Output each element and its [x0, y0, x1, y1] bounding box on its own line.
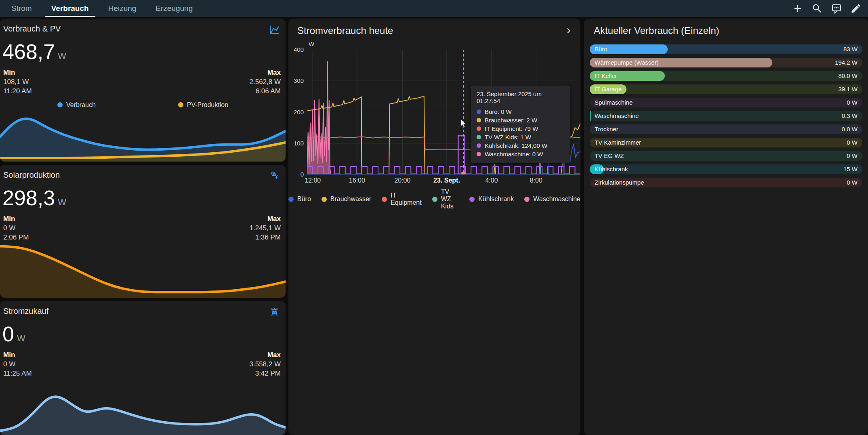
search-button[interactable]: [811, 3, 823, 14]
solar-power-icon: [269, 170, 280, 181]
legend-label: Brauchwasser: [330, 195, 371, 203]
bar-value: 0 W: [847, 138, 857, 147]
consumption-bars: Büro83 WWärmepumpe (Wasser)194.2 WIT Kel…: [590, 44, 862, 191]
max-label: Max: [250, 68, 281, 77]
bar-value: 15 W: [843, 164, 857, 174]
legend-dot: [288, 197, 294, 202]
tab-label: Strom: [11, 4, 32, 13]
tooltip-row: Kühlschrank: 124,00 W: [477, 141, 565, 150]
bar-label: TV Kaminzimmer: [595, 138, 641, 147]
bar-value: 0 W: [847, 151, 857, 161]
bar-label: Kühlschrank: [595, 164, 628, 174]
bar-label: Waschmaschine: [595, 111, 639, 121]
y-tick-200: 200: [289, 109, 304, 116]
tooltip-row: Büro: 0 W: [477, 107, 565, 116]
bar-label: Büro: [595, 44, 607, 54]
min-time: 11:20 AM: [3, 86, 32, 96]
min-value: 0 W: [3, 223, 29, 233]
legend-item-pv-produktion[interactable]: PV-Produktion: [178, 101, 228, 109]
legend-dot: [382, 197, 387, 202]
legend-item-büro[interactable]: Büro: [288, 188, 311, 210]
x-tick-2000: 20:00: [394, 177, 410, 184]
max-time: 6:06 AM: [250, 86, 281, 96]
value-unit: W: [58, 197, 66, 207]
bar-label: Trockner: [595, 124, 618, 134]
legend-item-it-equipment[interactable]: IT Equipment: [382, 188, 422, 210]
consumption-row-tv-eg-wz[interactable]: TV EG WZ0 W: [590, 151, 862, 161]
current-value: 0W: [0, 317, 286, 345]
legend-label: PV-Produktion: [187, 101, 228, 109]
edit-dashboard-button[interactable]: [850, 3, 862, 14]
active-tab-underline: [45, 16, 95, 17]
max-value: 1.245,1 W: [250, 223, 281, 233]
consumption-row-w-rmepumpe-wasser-[interactable]: Wärmepumpe (Wasser)194.2 W: [590, 58, 862, 67]
tooltip-row: Waschmaschine: 0 W: [477, 150, 565, 158]
bar-label: Spülmaschine: [595, 98, 633, 107]
bar-value: 83 W: [843, 44, 857, 54]
consumption-row-k-hlschrank[interactable]: Kühlschrank15 W: [590, 164, 862, 174]
legend-item-brauchwasser[interactable]: Brauchwasser: [322, 188, 371, 210]
min-time: 11:25 AM: [3, 369, 32, 378]
y-tick-100: 100: [289, 140, 304, 147]
edit-icon: [850, 3, 862, 14]
solar-sparkline: [0, 242, 286, 298]
minmax-block: Min 0 W 2:06 PM Max 1.245,1 W 1:36 PM: [0, 209, 286, 242]
tab-verbrauch[interactable]: Verbrauch: [42, 0, 99, 17]
card-solar-head: Solarproduktion: [0, 165, 286, 181]
card-title: Stromzukauf: [3, 307, 48, 316]
max-label: Max: [250, 214, 281, 223]
tab-heizung[interactable]: Heizung: [99, 0, 146, 17]
tooltip-row: Brauchwasser: 2 W: [477, 116, 565, 124]
tooltip-title: 23. September 2025 um 01:27:54: [477, 90, 565, 104]
min-label: Min: [3, 350, 32, 359]
legend-label: Büro: [297, 195, 311, 203]
legend-label: Verbrauch: [66, 101, 96, 109]
bar-label: Wärmepumpe (Wasser): [595, 58, 659, 67]
chevron-right-icon[interactable]: [563, 25, 574, 36]
card-title: Solarproduktion: [3, 170, 60, 180]
x-tick-400: 4:00: [485, 177, 498, 184]
legend-dot: [432, 197, 437, 202]
consumption-row-trockner[interactable]: Trockner0.0 W: [590, 124, 862, 134]
zukauf-sparkline: [0, 382, 286, 435]
consumption-row-b-ro[interactable]: Büro83 W: [590, 44, 862, 54]
legend-item-verbrauch[interactable]: Verbrauch: [57, 101, 96, 109]
consumption-row-waschmaschine[interactable]: Waschmaschine0.3 W: [590, 111, 862, 121]
card-stromverbrauch-heute: Stromverbrauch heute W 4003002001000 12:…: [288, 19, 580, 435]
main-chart-head: Stromverbrauch heute: [288, 19, 580, 36]
legend-item-tv-wz-kids[interactable]: TV WZ Kids: [432, 188, 459, 210]
card-verbrauch-pv[interactable]: Verbrauch & PV 468,7W Min 108,1 W 11:20 …: [0, 19, 286, 162]
tooltip-dot: [477, 109, 481, 114]
legend-item-kühlschrank[interactable]: Kühlschrank: [469, 188, 514, 210]
card-solarproduktion[interactable]: Solarproduktion 298,3W Min 0 W 2:06 PM M…: [0, 165, 286, 298]
consumption-row-tv-kaminzimmer[interactable]: TV Kaminzimmer0 W: [590, 138, 862, 147]
consumption-row-zirkulationspumpe[interactable]: Zirkulationspumpe0 W: [590, 178, 862, 187]
bar-label: IT Garage: [595, 84, 622, 94]
value-unit: W: [58, 51, 66, 61]
consumption-row-sp-lmaschine[interactable]: Spülmaschine0 W: [590, 98, 862, 107]
tab-strom[interactable]: Strom: [2, 0, 42, 17]
top-bar-actions: [792, 0, 868, 17]
tooltip-row: IT Equipment: 79 W: [477, 124, 565, 133]
card-stromzukauf[interactable]: Stromzukauf 0W Min 0 W 11:25 AM Max 3.55…: [0, 301, 286, 435]
legend-item-waschmaschine[interactable]: Waschmaschine: [524, 188, 580, 210]
tooltip-text: Brauchwasser: 2 W: [485, 116, 537, 124]
tab-label: Verbrauch: [51, 4, 89, 13]
max-value: 3.558,2 W: [250, 359, 281, 369]
y-axis-unit: W: [309, 40, 314, 47]
y-tick-0: 0: [289, 171, 304, 178]
mouse-cursor: [460, 119, 469, 128]
card-aktueller-verbrauch: Aktueller Verbrauch (Einzeln) Büro83 WWä…: [584, 19, 868, 435]
add-button[interactable]: [792, 3, 803, 14]
consumption-row-it-keller[interactable]: IT Keller80.0 W: [590, 71, 862, 81]
tooltip-text: Waschmaschine: 0 W: [485, 150, 543, 158]
assist-button[interactable]: [831, 3, 842, 14]
consumption-row-it-garage[interactable]: IT Garage39.1 W: [590, 84, 862, 94]
tooltip-text: Büro: 0 W: [485, 107, 512, 116]
bar-fill: [590, 111, 591, 121]
tab-erzeugung[interactable]: Erzeugung: [146, 0, 202, 17]
legend-dot: [524, 197, 530, 202]
tab-label: Erzeugung: [156, 4, 193, 13]
bar-value: 39.1 W: [838, 84, 857, 94]
card-verbrauch-pv-head: Verbrauch & PV: [0, 19, 286, 35]
